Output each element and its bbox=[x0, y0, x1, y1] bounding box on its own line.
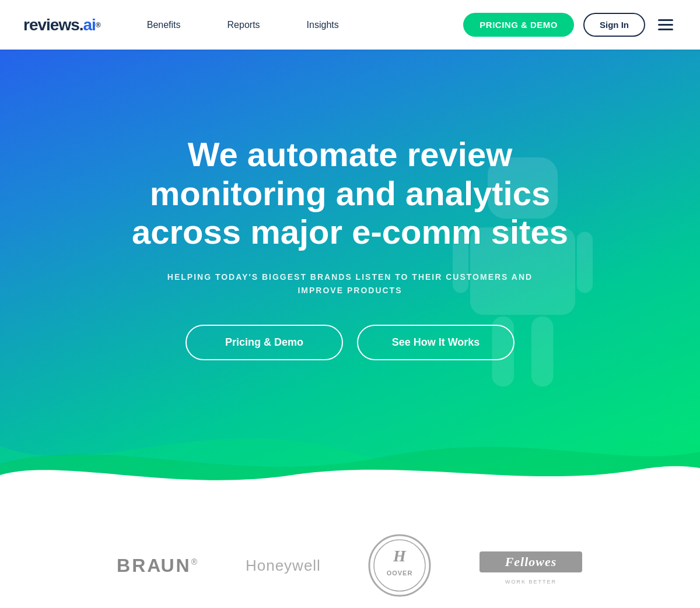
hamburger-line-3 bbox=[658, 29, 673, 30]
fellowes-tagline: WORK BETTER bbox=[505, 579, 556, 585]
hoover-logo: H OOVER bbox=[368, 533, 432, 598]
fellowes-logo: Fellowes WORK BETTER bbox=[478, 547, 583, 585]
nav-right: PRICING & DEMO Sign In bbox=[463, 13, 677, 37]
hero-subtitle: HELPING TODAY'S BIGGEST BRANDS LISTEN TO… bbox=[152, 270, 548, 297]
nav-reports[interactable]: Reports bbox=[204, 20, 284, 30]
logo-reviews-text: reviews. bbox=[23, 16, 83, 34]
logo-registered: ® bbox=[96, 21, 100, 29]
svg-rect-10 bbox=[531, 317, 554, 386]
hero-title: We automate review monitoring and analyt… bbox=[117, 135, 583, 252]
hero-wave-decoration bbox=[0, 399, 700, 493]
fellowes-logo-wrap: Fellowes WORK BETTER bbox=[478, 547, 583, 585]
nav-pricing-demo-button[interactable]: PRICING & DEMO bbox=[463, 13, 574, 37]
honeywell-logo: Honeywell bbox=[246, 557, 321, 575]
hero-section: We automate review monitoring and analyt… bbox=[0, 50, 700, 493]
hero-buttons: Pricing & Demo See How It Works bbox=[186, 325, 514, 360]
braun-logo: BRAUN® bbox=[117, 555, 199, 577]
nav-signin-button[interactable]: Sign In bbox=[583, 13, 645, 37]
fellowes-logo-svg: Fellowes bbox=[478, 547, 583, 579]
logos-section: BRAUN® Honeywell H OOVER Fellowes WORK B… bbox=[0, 493, 700, 608]
hoover-logo-svg: H OOVER bbox=[368, 533, 432, 598]
hero-how-it-works-button[interactable]: See How It Works bbox=[357, 325, 514, 360]
svg-point-11 bbox=[369, 535, 430, 596]
nav-benefits[interactable]: Benefits bbox=[124, 20, 204, 30]
svg-text:H: H bbox=[393, 547, 407, 565]
hero-pricing-demo-button[interactable]: Pricing & Demo bbox=[186, 325, 343, 360]
svg-text:Fellowes: Fellowes bbox=[505, 554, 557, 569]
honeywell-logo-text: Honeywell bbox=[246, 557, 321, 575]
hamburger-line-1 bbox=[658, 19, 673, 21]
logo[interactable]: reviews.ai® bbox=[23, 16, 100, 34]
nav-insights[interactable]: Insights bbox=[284, 20, 362, 30]
hamburger-menu[interactable] bbox=[654, 16, 677, 34]
braun-logo-text: BRAUN® bbox=[117, 555, 199, 577]
logo-ai-text: ai bbox=[83, 16, 96, 34]
navbar: reviews.ai® Benefits Reports Insights PR… bbox=[0, 0, 700, 50]
svg-text:OOVER: OOVER bbox=[387, 570, 413, 577]
nav-links: Benefits Reports Insights bbox=[124, 20, 464, 30]
hamburger-line-2 bbox=[658, 24, 673, 26]
